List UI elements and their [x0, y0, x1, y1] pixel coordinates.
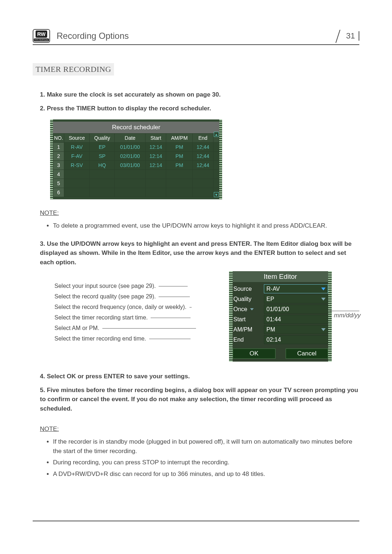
cell-no: 3	[53, 161, 64, 170]
cell-no: 2	[53, 152, 64, 161]
scheduler-title: Record scheduler	[53, 122, 219, 133]
item-editor-title: Item Editor	[233, 271, 328, 282]
cell-date: 01/01/00	[115, 143, 146, 152]
content: 1. Make sure the clock is set accurately…	[33, 90, 359, 478]
ie-row-source[interactable]: Source R-AV	[233, 284, 328, 294]
table-row[interactable]: 1R-AVEP01/01/0012:14PM12;44	[53, 143, 219, 152]
note2-item: During recording, you can press STOP to …	[53, 458, 359, 467]
scroll-up-icon[interactable]: ▲	[214, 132, 219, 137]
col-date: Date	[115, 134, 146, 143]
cell-quality: HQ	[90, 161, 115, 170]
col-end: End	[192, 134, 213, 143]
ie-row-start[interactable]: Start 01:44	[233, 314, 328, 324]
cell-quality	[90, 170, 115, 179]
ie-value-ampm[interactable]: PM	[264, 325, 328, 334]
ie-label-start: Start	[233, 316, 264, 323]
table-row[interactable]: 2F-AVSP02/01/0012:14PM12;44	[53, 152, 219, 161]
editor-label-ampm: Select AM or PM.	[54, 323, 227, 333]
cell-quality: EP	[90, 143, 115, 152]
cell-ampm	[166, 188, 193, 197]
step-2: 2. Press the TIMER button to display the…	[40, 104, 359, 113]
ie-row-frequency[interactable]: Once 01/01/00	[233, 304, 328, 314]
ie-label-source: Source	[233, 286, 264, 292]
cell-start	[146, 170, 166, 179]
cell-source: R-AV	[64, 143, 89, 152]
col-no: NO.	[53, 134, 64, 143]
note1-item: To delete a programmed event, use the UP…	[53, 221, 359, 231]
scheduler-table: NO. Source Quality Date Start AM/PM End …	[53, 133, 219, 197]
cell-date	[115, 170, 146, 179]
cell-start: 12:14	[146, 161, 166, 170]
ok-button[interactable]: OK	[233, 349, 275, 359]
page-header: RW DVD+ReWritable Recording Options 31	[33, 29, 359, 45]
cell-end: 12;44	[192, 143, 213, 152]
page-number: 31	[344, 31, 357, 40]
cell-start: 12:14	[146, 143, 166, 152]
cell-date	[115, 188, 146, 197]
cell-source	[64, 170, 89, 179]
cell-date: 02/01/00	[115, 152, 146, 161]
scheduler-scrollbar[interactable]: ▲ ▼	[213, 132, 219, 197]
cell-no: 6	[53, 188, 64, 197]
note-label-1: NOTE:	[40, 209, 359, 217]
editor-label-start: Select the timer recording start time.	[54, 312, 227, 323]
cell-date	[115, 179, 146, 188]
cell-end	[192, 188, 213, 197]
editor-label-end: Select the timer recording end time.	[54, 333, 227, 344]
col-source: Source	[64, 134, 89, 143]
editor-label-source: Select your input source (see page 29).	[54, 281, 227, 291]
cell-source	[64, 188, 89, 197]
col-quality: Quality	[90, 134, 115, 143]
cell-ampm: PM	[166, 152, 193, 161]
note2-item: A DVD+RW/DVD+R disc can record for up to…	[53, 469, 359, 479]
ie-value-source[interactable]: R-AV	[264, 284, 328, 293]
cell-end	[192, 170, 213, 179]
cell-ampm: PM	[166, 143, 193, 152]
step-1: 1. Make sure the clock is set accurately…	[40, 90, 359, 99]
record-scheduler: Record scheduler NO. Source Quality Date…	[51, 119, 221, 199]
ie-row-quality[interactable]: Quality EP	[233, 294, 328, 304]
editor-labels: Select your input source (see page 29). …	[40, 271, 227, 344]
chevron-down-icon[interactable]	[321, 298, 326, 301]
cell-source: F-AV	[64, 152, 89, 161]
section-label: TIMER RECORDING	[33, 63, 114, 76]
table-row[interactable]: 5	[53, 179, 219, 188]
cell-start	[146, 179, 166, 188]
ie-value-quality[interactable]: EP	[264, 294, 328, 304]
chevron-down-icon[interactable]	[250, 308, 254, 310]
chevron-down-icon[interactable]	[321, 288, 326, 290]
cell-no: 1	[53, 143, 64, 152]
ie-value-end[interactable]: 02:14	[264, 335, 328, 344]
table-row[interactable]: 4	[53, 170, 219, 179]
ie-row-end[interactable]: End 02:14	[233, 335, 328, 345]
cancel-button[interactable]: Cancel	[286, 349, 328, 359]
scroll-down-icon[interactable]: ▼	[214, 192, 219, 197]
cell-source: R-SV	[64, 161, 89, 170]
chevron-down-icon[interactable]	[321, 328, 326, 331]
cell-ampm	[166, 170, 193, 179]
bottom-rule	[33, 521, 359, 521]
rw-badge-main: RW	[36, 30, 47, 38]
note1-list: To delete a programmed event, use the UP…	[40, 221, 359, 231]
cell-no: 4	[53, 170, 64, 179]
cell-start: 12:14	[146, 152, 166, 161]
table-row[interactable]: 3R-SVHQ03/01/0012:14PM12;44	[53, 161, 219, 170]
cell-no: 5	[53, 179, 64, 188]
note2-list: If the recorder is in standby mode (plug…	[40, 437, 359, 478]
cell-ampm: PM	[166, 161, 193, 170]
ie-value-start[interactable]: 01:44	[264, 315, 328, 324]
page-number-wrap: 31	[344, 31, 359, 41]
table-row[interactable]: 6	[53, 188, 219, 197]
ie-row-ampm[interactable]: AM/PM PM	[233, 325, 328, 334]
col-ampm: AM/PM	[166, 134, 193, 143]
cell-start	[146, 188, 166, 197]
ie-value-frequency[interactable]: 01/01/00	[264, 305, 328, 314]
step-5: 5. Five minutes before the timer recordi…	[40, 386, 359, 414]
item-editor: Item Editor Source R-AV Quality EP	[229, 271, 332, 362]
step-3: 3. Use the UP/DOWN arrow keys to highlig…	[40, 239, 359, 267]
page-title: Recording Options	[54, 31, 344, 41]
ie-label-frequency: Once	[233, 306, 264, 313]
cell-end: 12;44	[192, 152, 213, 161]
rw-badge-sub: DVD+ReWritable	[34, 38, 49, 41]
rw-badge: RW DVD+ReWritable	[33, 29, 50, 43]
